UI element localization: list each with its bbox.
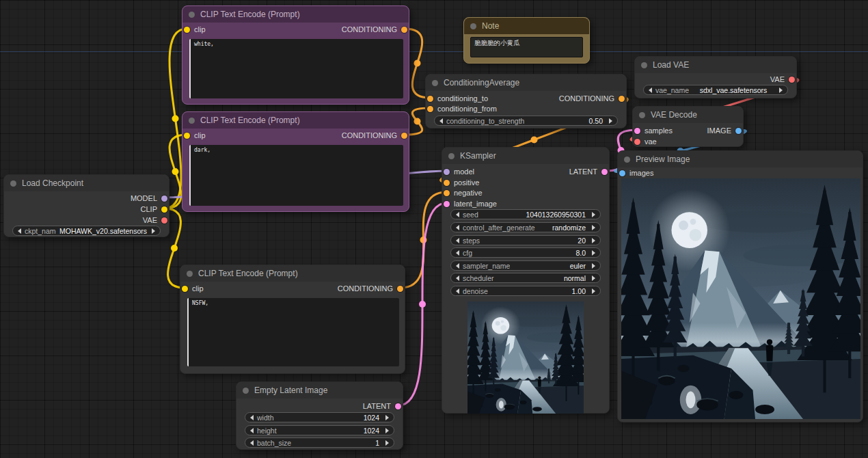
conditioning-port-dot[interactable] — [444, 190, 450, 196]
increment-arrow-icon[interactable] — [592, 263, 595, 269]
node-ksampler[interactable]: KSampler model positive negative latent_… — [442, 147, 610, 414]
increment-arrow-icon[interactable] — [592, 212, 595, 217]
node-note[interactable]: Note 脆脆脆的小黄瓜 — [463, 17, 590, 64]
node-header[interactable]: Load Checkpoint — [4, 175, 169, 191]
decrement-arrow-icon[interactable] — [18, 228, 21, 234]
widget-ckpt-name[interactable]: ckpt_name MOHAWK_v20.safetensors — [12, 226, 161, 236]
latent-port-dot[interactable] — [444, 201, 450, 207]
decrement-arrow-icon[interactable] — [456, 275, 459, 281]
node-preview-image[interactable]: Preview Image images — [617, 150, 863, 422]
collapse-dot-icon[interactable] — [189, 118, 195, 124]
conditioning-port-dot[interactable] — [397, 286, 403, 292]
widget-height[interactable]: height 1024 — [245, 425, 394, 435]
node-header[interactable]: Empty Latent Image — [236, 382, 403, 399]
increment-arrow-icon[interactable] — [592, 288, 595, 294]
widget-batch-size[interactable]: batch_size 1 — [245, 437, 394, 448]
collapse-dot-icon[interactable] — [432, 80, 438, 86]
decrement-arrow-icon[interactable] — [649, 87, 652, 93]
node-header[interactable]: CLIP Text Encode (Prompt) — [180, 265, 405, 282]
widget-width[interactable]: width 1024 — [245, 412, 394, 422]
prompt-textarea[interactable]: NSFW, — [187, 298, 399, 366]
increment-arrow-icon[interactable] — [592, 250, 595, 256]
widget-sampler-name[interactable]: sampler_name euler — [450, 260, 601, 271]
increment-arrow-icon[interactable] — [779, 87, 783, 93]
node-load-checkpoint[interactable]: Load Checkpoint MODEL CLIP VAE ckpt_name… — [3, 174, 169, 237]
increment-arrow-icon[interactable] — [385, 428, 389, 433]
decrement-arrow-icon[interactable] — [456, 250, 459, 256]
decrement-arrow-icon[interactable] — [456, 238, 459, 243]
collapse-dot-icon[interactable] — [448, 153, 455, 159]
node-clip-text-encode-2[interactable]: CLIP Text Encode (Prompt) clip CONDITION… — [182, 111, 409, 212]
widget-scheduler[interactable]: scheduler normal — [450, 273, 601, 283]
clip-port-dot[interactable] — [182, 286, 188, 292]
decrement-arrow-icon[interactable] — [456, 288, 459, 294]
increment-arrow-icon[interactable] — [385, 415, 389, 420]
clip-port-dot[interactable] — [184, 27, 190, 33]
collapse-dot-icon[interactable] — [470, 23, 476, 29]
collapse-dot-icon[interactable] — [243, 388, 249, 394]
widget-conditioning-to-strength[interactable]: conditioning_to_strength 0.50 — [434, 116, 618, 126]
model-port-dot[interactable] — [161, 196, 167, 202]
conditioning-port-dot[interactable] — [401, 27, 407, 33]
conditioning-port-dot[interactable] — [619, 96, 625, 102]
increment-arrow-icon[interactable] — [609, 118, 612, 124]
conditioning-port-dot[interactable] — [427, 106, 433, 112]
widget-steps[interactable]: steps 20 — [450, 235, 601, 245]
vae-port-dot[interactable] — [634, 139, 640, 145]
collapse-dot-icon[interactable] — [639, 112, 645, 118]
node-empty-latent-image[interactable]: Empty Latent Image LATENT width 1024 hei… — [236, 381, 403, 450]
node-header[interactable]: CLIP Text Encode (Prompt) — [182, 6, 409, 23]
node-conditioning-average[interactable]: ConditioningAverage conditioning_to cond… — [425, 74, 627, 129]
vae-port-dot[interactable] — [789, 77, 795, 83]
collapse-dot-icon[interactable] — [187, 271, 193, 277]
node-header[interactable]: KSampler — [442, 148, 609, 164]
clip-port-dot[interactable] — [184, 133, 190, 139]
graph-canvas[interactable]: CLIP Text Encode (Prompt) clip CONDITION… — [0, 0, 868, 458]
prompt-textarea[interactable]: white, — [189, 39, 403, 98]
node-clip-text-encode-1[interactable]: CLIP Text Encode (Prompt) clip CONDITION… — [182, 5, 409, 105]
image-port-dot[interactable] — [619, 170, 625, 176]
increment-arrow-icon[interactable] — [592, 238, 595, 243]
decrement-arrow-icon[interactable] — [250, 428, 254, 433]
vae-port-dot[interactable] — [161, 217, 167, 224]
collapse-dot-icon[interactable] — [624, 157, 630, 163]
node-clip-text-encode-3[interactable]: CLIP Text Encode (Prompt) clip CONDITION… — [180, 265, 405, 374]
collapse-dot-icon[interactable] — [641, 62, 647, 68]
node-header[interactable]: Load VAE — [635, 57, 796, 73]
decrement-arrow-icon[interactable] — [456, 263, 459, 269]
image-port-dot[interactable] — [735, 128, 742, 134]
decrement-arrow-icon[interactable] — [439, 118, 443, 124]
widget-cfg[interactable]: cfg 8.0 — [450, 247, 601, 258]
increment-arrow-icon[interactable] — [592, 275, 595, 281]
decrement-arrow-icon[interactable] — [250, 440, 254, 446]
note-textarea[interactable]: 脆脆脆的小黄瓜 — [470, 37, 583, 57]
conditioning-port-dot[interactable] — [401, 133, 407, 139]
conditioning-port-dot[interactable] — [427, 96, 433, 102]
widget-control-after-generate[interactable]: control_after_generate randomize — [450, 222, 601, 232]
widget-seed[interactable]: seed 104013260950301 — [450, 209, 601, 219]
node-header[interactable]: CLIP Text Encode (Prompt) — [182, 112, 409, 129]
node-header[interactable]: Preview Image — [618, 151, 863, 167]
node-header[interactable]: Note — [464, 18, 589, 34]
increment-arrow-icon[interactable] — [152, 228, 155, 234]
latent-port-dot[interactable] — [634, 128, 640, 134]
node-vae-decode[interactable]: VAE Decode samples vae IMAGE — [632, 106, 744, 147]
latent-port-dot[interactable] — [601, 169, 608, 175]
model-port-dot[interactable] — [444, 169, 450, 175]
collapse-dot-icon[interactable] — [189, 12, 195, 18]
decrement-arrow-icon[interactable] — [456, 225, 459, 230]
node-load-vae[interactable]: Load VAE VAE vae_name sdxl_vae.safetenso… — [634, 56, 797, 98]
decrement-arrow-icon[interactable] — [456, 212, 459, 217]
collapse-dot-icon[interactable] — [10, 180, 16, 187]
increment-arrow-icon[interactable] — [385, 440, 389, 446]
widget-denoise[interactable]: denoise 1.00 — [450, 286, 601, 296]
decrement-arrow-icon[interactable] — [250, 415, 254, 420]
node-header[interactable]: VAE Decode — [633, 107, 743, 123]
increment-arrow-icon[interactable] — [592, 225, 595, 230]
conditioning-port-dot[interactable] — [444, 180, 450, 186]
prompt-textarea[interactable]: dark, — [189, 145, 403, 206]
latent-port-dot[interactable] — [395, 403, 401, 409]
node-header[interactable]: ConditioningAverage — [426, 75, 626, 91]
widget-vae-name[interactable]: vae_name sdxl_vae.safetensors — [643, 85, 788, 95]
clip-port-dot[interactable] — [161, 206, 167, 213]
